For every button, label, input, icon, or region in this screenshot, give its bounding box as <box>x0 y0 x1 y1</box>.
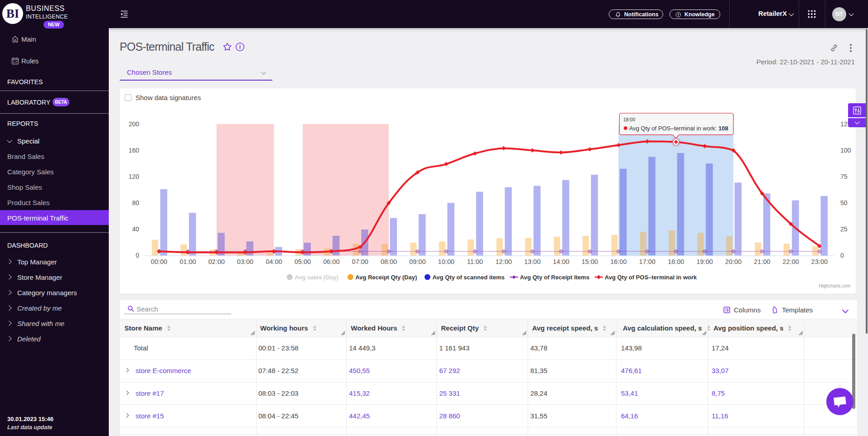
svg-text:75: 75 <box>840 173 848 180</box>
svg-text:Avg Qty of Receipt Items: Avg Qty of Receipt Items <box>520 274 589 281</box>
svg-text:Avg Qty of POS–terminal in wor: Avg Qty of POS–terminal in work <box>605 274 697 281</box>
svg-text:20:00: 20:00 <box>725 258 742 265</box>
svg-text:100: 100 <box>840 147 851 154</box>
svg-text:0: 0 <box>840 252 844 259</box>
svg-text:40: 40 <box>132 225 139 233</box>
svg-text:?: ? <box>677 12 679 16</box>
svg-text:14:00: 14:00 <box>553 258 569 265</box>
svg-text:04:00: 04:00 <box>266 258 282 265</box>
svg-text:03:00: 03:00 <box>237 258 253 265</box>
svg-text:0: 0 <box>136 252 139 259</box>
svg-text:17:00: 17:00 <box>639 258 655 265</box>
svg-text:80: 80 <box>132 199 139 206</box>
svg-text:23:00: 23:00 <box>811 258 828 265</box>
svg-text:09:00: 09:00 <box>409 258 426 265</box>
svg-text:13:00: 13:00 <box>524 258 540 265</box>
svg-text:06:00: 06:00 <box>323 258 339 265</box>
svg-text:21:00: 21:00 <box>754 258 770 265</box>
svg-text:02:00: 02:00 <box>209 258 225 265</box>
svg-text:07:00: 07:00 <box>352 258 368 265</box>
svg-text:11:00: 11:00 <box>467 258 483 265</box>
svg-text:200: 200 <box>129 120 140 128</box>
svg-text:19:00: 19:00 <box>697 258 713 265</box>
svg-text:18:00: 18:00 <box>623 117 635 122</box>
svg-text:22:00: 22:00 <box>783 258 799 265</box>
svg-text:50: 50 <box>840 199 848 206</box>
svg-text:08:00: 08:00 <box>381 258 397 265</box>
svg-text:120: 120 <box>129 173 140 180</box>
svg-text:Highcharts.com: Highcharts.com <box>819 283 850 288</box>
svg-text:01:00: 01:00 <box>179 258 196 265</box>
svg-text:00:00: 00:00 <box>151 258 167 265</box>
svg-text:05:00: 05:00 <box>295 258 311 265</box>
svg-text:Avg Qty of POS–terminal in wor: Avg Qty of POS–terminal in work: 108 <box>629 125 728 132</box>
svg-text:16:00: 16:00 <box>610 258 626 265</box>
svg-text:Avg Qty of scanned items: Avg Qty of scanned items <box>432 274 504 281</box>
svg-text:Avg sales (Day): Avg sales (Day) <box>295 274 338 281</box>
svg-text:Avg Receipt Qty (Day): Avg Receipt Qty (Day) <box>355 274 417 281</box>
svg-text:10:00: 10:00 <box>438 258 454 265</box>
svg-text:15:00: 15:00 <box>582 258 598 265</box>
svg-text:18:00: 18:00 <box>668 258 684 265</box>
svg-text:25: 25 <box>840 225 848 233</box>
svg-text:160: 160 <box>129 147 140 154</box>
svg-text:12:00: 12:00 <box>495 258 512 265</box>
